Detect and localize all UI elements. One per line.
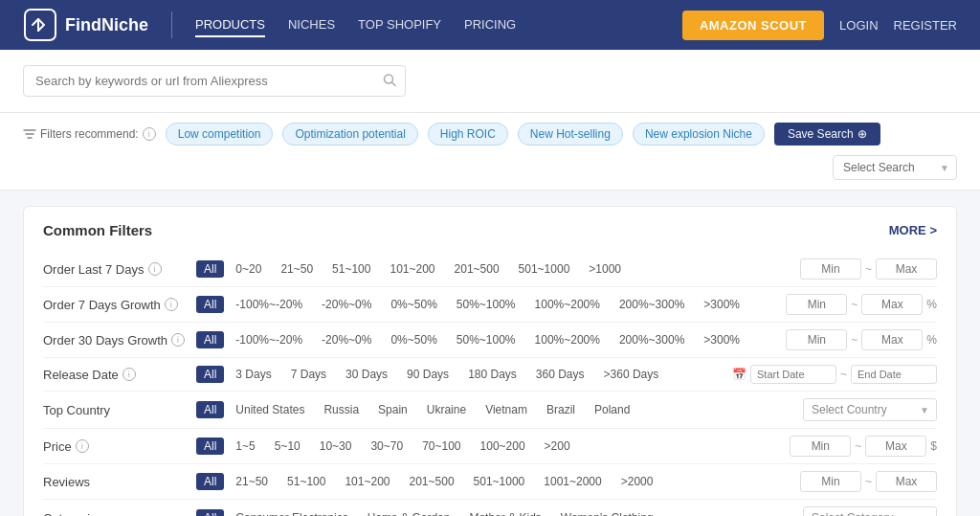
amazon-scout-button[interactable]: AMAZON SCOUT [682, 11, 824, 40]
chip-optimization-potential[interactable]: Optimization potential [282, 123, 417, 146]
7d-growth-max-input[interactable] [861, 294, 923, 315]
chip-low-competition[interactable]: Low competition [166, 123, 274, 146]
reviews-min-input[interactable] [800, 471, 861, 492]
logo[interactable]: FindNiche [23, 8, 148, 42]
category-mother-kids[interactable]: Mother & Kids [461, 509, 548, 516]
release-date-gt360[interactable]: >360 Days [596, 366, 667, 383]
price-gt200[interactable]: >200 [537, 437, 578, 455]
7d-growth-50-100[interactable]: 50%~100% [449, 296, 523, 313]
country-spain[interactable]: Spain [370, 401, 415, 418]
nav-top-shopify[interactable]: TOP SHOPIFY [358, 13, 441, 37]
nav-niches[interactable]: NICHES [288, 13, 335, 37]
30d-growth-neg100-20[interactable]: -100%~-20% [228, 331, 310, 348]
30days-growth-info[interactable]: i [171, 333, 185, 347]
country-ukraine[interactable]: Ukraine [419, 401, 474, 418]
order-7days-info[interactable]: i [148, 262, 162, 276]
price-70-100[interactable]: 70~100 [414, 437, 468, 455]
price-all[interactable]: All [196, 437, 224, 455]
7d-growth-min-input[interactable] [786, 294, 847, 315]
order-7days-opt-201500[interactable]: 201~500 [447, 260, 507, 278]
save-search-button[interactable]: Save Search ⊕ [774, 123, 880, 146]
7d-growth-gt300[interactable]: >300% [696, 296, 747, 313]
order-7days-min-input[interactable] [800, 258, 861, 280]
order-7days-opt-020[interactable]: 0~20 [228, 260, 269, 278]
release-date-end-input[interactable] [851, 365, 937, 384]
categories-all[interactable]: All [196, 509, 224, 516]
country-us[interactable]: United States [228, 401, 312, 418]
reviews-21-50[interactable]: 21~50 [228, 473, 276, 490]
order-7days-opt-all[interactable]: All [196, 260, 224, 278]
search-input[interactable] [23, 65, 406, 97]
30d-growth-gt300[interactable]: >300% [696, 331, 747, 348]
select-search-dropdown[interactable]: Select Search [833, 155, 957, 180]
30d-growth-min-input[interactable] [786, 329, 847, 350]
price-10-30[interactable]: 10~30 [312, 437, 360, 455]
country-vietnam[interactable]: Vietnam [478, 401, 535, 418]
price-max-input[interactable] [865, 436, 926, 457]
7d-growth-all[interactable]: All [196, 296, 224, 313]
30d-growth-100-200[interactable]: 100%~200% [527, 331, 608, 348]
category-womens-clothing[interactable]: Women's Clothing [553, 509, 661, 516]
register-link[interactable]: REGISTER [894, 18, 957, 33]
price-1-5[interactable]: 1~5 [228, 437, 262, 455]
country-russia[interactable]: Russia [316, 401, 367, 418]
order-7days-max-input[interactable] [876, 258, 937, 280]
release-date-90days[interactable]: 90 Days [399, 366, 457, 383]
7days-growth-info[interactable]: i [165, 298, 178, 311]
release-date-360days[interactable]: 360 Days [528, 366, 592, 383]
release-date-180days[interactable]: 180 Days [460, 366, 524, 383]
release-date-7days[interactable]: 7 Days [283, 366, 334, 383]
reviews-51-100[interactable]: 51~100 [279, 473, 333, 490]
30d-growth-all[interactable]: All [196, 331, 224, 348]
more-link[interactable]: MORE > [889, 223, 937, 237]
chip-high-roic[interactable]: High ROIC [428, 123, 508, 146]
7d-growth-100-200[interactable]: 100%~200% [527, 296, 608, 313]
reviews-1001-2000[interactable]: 1001~2000 [536, 473, 609, 490]
chip-new-explosion-niche[interactable]: New explosion Niche [633, 123, 765, 146]
7d-growth-0-50[interactable]: 0%~50% [383, 296, 444, 313]
reviews-501-1000[interactable]: 501~1000 [466, 473, 533, 490]
country-poland[interactable]: Poland [587, 401, 637, 418]
nav-pricing[interactable]: PRICING [464, 13, 516, 37]
release-date-start-input[interactable] [750, 365, 836, 384]
reviews-101-200[interactable]: 101~200 [337, 473, 397, 490]
chip-new-hot-selling[interactable]: New Hot-selling [518, 123, 623, 146]
30d-growth-max-input[interactable] [861, 329, 923, 350]
7d-growth-neg20-0[interactable]: -20%~0% [314, 296, 379, 313]
reviews-gt2000[interactable]: >2000 [613, 473, 661, 490]
price-min-input[interactable] [790, 436, 851, 457]
order-7days-opt-2150[interactable]: 21~50 [273, 260, 321, 278]
reviews-all[interactable]: All [196, 473, 224, 490]
release-date-30days[interactable]: 30 Days [338, 366, 395, 383]
country-all[interactable]: All [196, 401, 224, 418]
order-7days-opt-gt1000[interactable]: >1000 [581, 260, 629, 278]
7d-growth-neg100-20[interactable]: -100%~-20% [228, 296, 310, 313]
price-30-70[interactable]: 30~70 [363, 437, 411, 455]
price-100-200[interactable]: 100~200 [473, 437, 533, 455]
release-date-info[interactable]: i [122, 368, 136, 381]
price-info[interactable]: i [76, 439, 89, 453]
category-home-garden[interactable]: Home & Garden [360, 509, 458, 516]
order-7days-opt-5011000[interactable]: 501~1000 [511, 260, 578, 278]
release-date-all[interactable]: All [196, 366, 224, 383]
price-5-10[interactable]: 5~10 [267, 437, 308, 455]
order-7days-opt-51100[interactable]: 51~100 [324, 260, 378, 278]
30d-growth-200-300[interactable]: 200%~300% [612, 331, 692, 348]
reviews-max-input[interactable] [876, 471, 937, 492]
30d-growth-50-100[interactable]: 50%~100% [449, 331, 523, 348]
30d-growth-neg20-0[interactable]: -20%~0% [314, 331, 379, 348]
login-link[interactable]: LOGIN [839, 18, 878, 33]
nav-products[interactable]: PRODUCTS [195, 13, 265, 37]
order-7days-opt-101200[interactable]: 101~200 [382, 260, 442, 278]
search-input-wrap [23, 65, 406, 97]
country-select-dropdown[interactable]: Select Country [803, 398, 937, 421]
release-date-3days[interactable]: 3 Days [228, 366, 278, 383]
category-select-dropdown[interactable]: Select Category [803, 506, 937, 516]
category-consumer-electronics[interactable]: Consumer Electronics [228, 509, 355, 516]
7d-growth-200-300[interactable]: 200%~300% [612, 296, 692, 313]
search-button[interactable] [383, 73, 396, 89]
reviews-201-500[interactable]: 201~500 [402, 473, 462, 490]
country-brazil[interactable]: Brazil [539, 401, 583, 418]
filter-recommend-info[interactable]: i [143, 127, 156, 141]
30d-growth-0-50[interactable]: 0%~50% [383, 331, 444, 348]
